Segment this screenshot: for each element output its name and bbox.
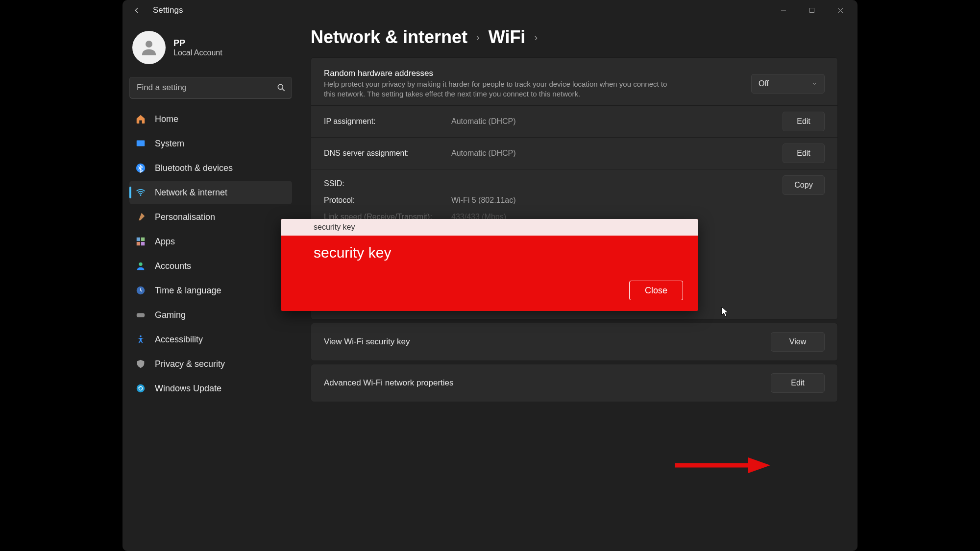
annotation-arrow-icon xyxy=(672,455,770,475)
sidebar-item-label: Personalisation xyxy=(155,212,215,222)
breadcrumb: Network & internet › WiFi › xyxy=(311,27,838,48)
breadcrumb-leaf[interactable]: WiFi xyxy=(489,27,526,48)
sidebar-item-label: Time & language xyxy=(155,286,221,296)
svg-point-14 xyxy=(137,384,145,393)
sidebar-item-label: Accessibility xyxy=(155,335,203,345)
accessibility-icon xyxy=(135,334,146,345)
dialog-close-button[interactable]: Close xyxy=(629,281,683,300)
profile-sub: Local Account xyxy=(173,48,222,57)
advanced-edit-button[interactable]: Edit xyxy=(771,373,825,393)
sidebar-item-gaming[interactable]: Gaming xyxy=(129,303,292,327)
system-icon xyxy=(135,138,146,149)
random-hw-title: Random hardware addresses xyxy=(324,69,751,78)
svg-point-5 xyxy=(140,194,142,196)
close-button[interactable] xyxy=(826,2,855,19)
sidebar-item-label: Bluetooth & devices xyxy=(155,163,233,173)
sidebar-item-apps[interactable]: Apps xyxy=(129,230,292,253)
shield-icon xyxy=(135,359,146,369)
sidebar-item-label: Apps xyxy=(155,237,175,247)
sidebar-item-label: Accounts xyxy=(155,261,191,271)
dropdown-value: Off xyxy=(759,79,769,88)
sidebar-item-label: Windows Update xyxy=(155,383,221,394)
svg-point-2 xyxy=(278,84,283,89)
wifi-icon xyxy=(135,187,146,198)
sidebar-item-label: Network & internet xyxy=(155,188,227,198)
person-icon xyxy=(135,261,146,271)
update-icon xyxy=(135,383,146,394)
dialog-title: security key xyxy=(281,219,698,236)
protocol-label: Protocol: xyxy=(324,196,451,205)
svg-point-13 xyxy=(140,335,142,337)
ip-value: Automatic (DHCP) xyxy=(451,117,783,126)
dns-label: DNS server assignment: xyxy=(324,149,451,158)
svg-rect-0 xyxy=(810,8,814,13)
profile-name: PP xyxy=(173,38,222,48)
sidebar-item-system[interactable]: System xyxy=(129,132,292,155)
dialog-heading: security key xyxy=(314,244,683,261)
breadcrumb-root[interactable]: Network & internet xyxy=(311,27,467,48)
minimize-button[interactable] xyxy=(769,2,798,19)
sidebar: PP Local Account Home System xyxy=(122,27,299,551)
chevron-right-icon: › xyxy=(476,32,480,43)
svg-rect-3 xyxy=(137,141,145,146)
search-field[interactable] xyxy=(129,77,292,98)
profile-block[interactable]: PP Local Account xyxy=(129,27,292,73)
sidebar-item-home[interactable]: Home xyxy=(129,107,292,131)
mouse-cursor-icon xyxy=(721,307,729,317)
home-icon xyxy=(135,114,146,124)
svg-rect-9 xyxy=(141,242,145,245)
search-input[interactable] xyxy=(129,77,292,98)
ip-edit-button[interactable]: Edit xyxy=(783,112,825,131)
back-button[interactable] xyxy=(129,3,144,18)
search-icon xyxy=(276,83,286,93)
svg-marker-16 xyxy=(748,457,770,473)
advanced-properties-card: Advanced Wi-Fi network properties Edit xyxy=(311,364,838,402)
svg-rect-6 xyxy=(137,238,140,241)
sidebar-item-update[interactable]: Windows Update xyxy=(129,377,292,400)
protocol-value: Wi-Fi 5 (802.11ac) xyxy=(451,196,783,205)
sidebar-item-bluetooth[interactable]: Bluetooth & devices xyxy=(129,156,292,180)
svg-rect-7 xyxy=(141,238,145,241)
window-title: Settings xyxy=(153,5,183,15)
clock-icon xyxy=(135,285,146,296)
gamepad-icon xyxy=(135,310,146,320)
chevron-right-icon: › xyxy=(534,32,538,43)
brush-icon xyxy=(135,212,146,222)
svg-point-1 xyxy=(146,41,152,48)
sidebar-item-label: Privacy & security xyxy=(155,359,225,369)
ip-label: IP assignment: xyxy=(324,117,451,126)
avatar xyxy=(132,31,166,64)
ssid-label: SSID: xyxy=(324,179,451,188)
settings-window: Settings PP Local Account xyxy=(122,0,858,551)
sidebar-item-accounts[interactable]: Accounts xyxy=(129,254,292,278)
maximize-button[interactable] xyxy=(798,2,826,19)
svg-point-10 xyxy=(139,263,142,266)
sidebar-item-privacy[interactable]: Privacy & security xyxy=(129,352,292,376)
copy-button[interactable]: Copy xyxy=(783,175,825,195)
random-hw-dropdown[interactable]: Off xyxy=(751,74,825,94)
sidebar-item-label: Gaming xyxy=(155,310,186,320)
random-hw-desc: Help protect your privacy by making it h… xyxy=(324,79,677,99)
svg-rect-8 xyxy=(137,242,140,245)
security-key-dialog: security key security key Close xyxy=(281,219,698,311)
svg-rect-12 xyxy=(137,313,145,317)
chevron-down-icon xyxy=(811,81,817,87)
dns-value: Automatic (DHCP) xyxy=(451,149,783,158)
dns-edit-button[interactable]: Edit xyxy=(783,144,825,163)
sidebar-item-label: System xyxy=(155,139,184,149)
sidebar-item-accessibility[interactable]: Accessibility xyxy=(129,328,292,351)
view-security-key-card: View Wi-Fi security key View xyxy=(311,323,838,361)
bluetooth-icon xyxy=(135,163,146,173)
view-button[interactable]: View xyxy=(771,332,825,352)
sidebar-item-time[interactable]: Time & language xyxy=(129,279,292,302)
titlebar: Settings xyxy=(122,0,858,21)
view-key-label: View Wi-Fi security key xyxy=(324,337,410,347)
sidebar-item-label: Home xyxy=(155,114,178,124)
sidebar-item-network[interactable]: Network & internet xyxy=(129,181,292,204)
apps-icon xyxy=(135,236,146,247)
sidebar-item-personalisation[interactable]: Personalisation xyxy=(129,205,292,229)
advanced-label: Advanced Wi-Fi network properties xyxy=(324,378,454,388)
